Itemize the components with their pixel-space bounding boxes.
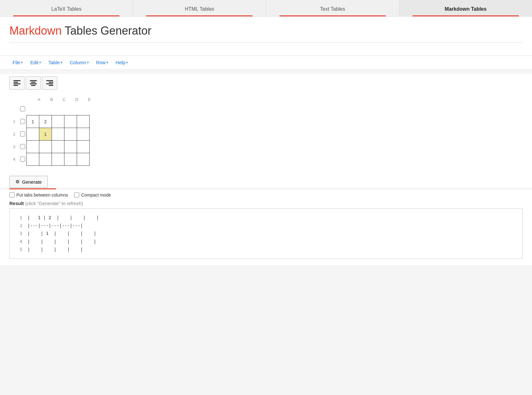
cell-4-5[interactable] bbox=[77, 153, 90, 166]
result-line-content-4: | | | | | | bbox=[27, 238, 96, 246]
compact-option-label: Compact mode bbox=[81, 192, 111, 198]
result-line-num-1: 1 bbox=[16, 214, 22, 222]
menu-file[interactable]: File ▾ bbox=[9, 58, 26, 67]
generate-button-label: Generate bbox=[22, 179, 42, 185]
result-line-num-5: 5 bbox=[16, 246, 22, 253]
cell-2-1[interactable] bbox=[27, 128, 39, 141]
align-right-button[interactable] bbox=[42, 76, 57, 90]
cell-4-4[interactable] bbox=[64, 153, 77, 166]
row-header-1: 1 bbox=[9, 115, 19, 128]
table-row: 1 bbox=[27, 128, 90, 141]
generate-section: ⚙ Generate bbox=[0, 171, 532, 188]
tab-latex[interactable]: LaTeX Tables bbox=[0, 0, 133, 16]
menu-column-arrow: ▾ bbox=[87, 61, 89, 64]
select-all-checkbox[interactable] bbox=[20, 106, 25, 111]
tab-markdown-label: Markdown Tables bbox=[445, 6, 486, 12]
menu-edit[interactable]: Edit ▾ bbox=[27, 58, 44, 67]
col-header-a: A bbox=[33, 97, 45, 102]
row-headers: 1 2 3 4 bbox=[9, 103, 19, 165]
menu-help[interactable]: Help ▾ bbox=[113, 58, 131, 67]
cell-2-5[interactable] bbox=[77, 128, 90, 141]
title-section: Markdown Tables Generator bbox=[0, 17, 532, 56]
cell-4-3[interactable] bbox=[52, 153, 64, 166]
menu-column[interactable]: Column ▾ bbox=[67, 58, 92, 67]
cell-1-1[interactable]: 1 bbox=[27, 115, 39, 128]
svg-rect-7 bbox=[31, 85, 36, 86]
row-header-4: 4 bbox=[9, 153, 19, 165]
svg-rect-3 bbox=[14, 85, 18, 86]
table-data: 1 2 1 bbox=[19, 115, 90, 166]
align-left-button[interactable] bbox=[9, 76, 25, 90]
tab-text[interactable]: Text Tables bbox=[266, 0, 399, 16]
cell-2-3[interactable] bbox=[52, 128, 64, 141]
tabs-option[interactable]: Put tabs between columns bbox=[9, 192, 68, 198]
compact-checkbox[interactable] bbox=[74, 192, 79, 198]
svg-rect-5 bbox=[31, 82, 36, 83]
col-header-c: C bbox=[58, 97, 70, 102]
cell-4-1[interactable] bbox=[27, 153, 39, 166]
cell-1-4[interactable] bbox=[64, 115, 77, 128]
options-row: Put tabs between columns Compact mode bbox=[0, 189, 532, 201]
tab-text-label: Text Tables bbox=[320, 6, 345, 12]
result-line-num-4: 4 bbox=[16, 238, 22, 246]
svg-rect-11 bbox=[49, 85, 53, 86]
row-4-checkbox[interactable] bbox=[20, 157, 25, 162]
cell-3-5[interactable] bbox=[77, 141, 90, 153]
table-area: A B C D E 1 2 3 4 bbox=[0, 92, 532, 171]
col-header-b: B bbox=[45, 97, 58, 102]
result-line-2: 2 |---|---|---|---|---| bbox=[16, 222, 516, 230]
cell-2-2[interactable]: 1 bbox=[39, 128, 52, 141]
page-title-highlight: Markdown bbox=[9, 24, 62, 37]
menu-row[interactable]: Row ▾ bbox=[93, 58, 111, 67]
svg-rect-0 bbox=[14, 80, 20, 81]
tab-html[interactable]: HTML Tables bbox=[133, 0, 266, 16]
svg-rect-1 bbox=[14, 82, 18, 83]
table-row bbox=[27, 153, 90, 166]
row-1-checkbox[interactable] bbox=[20, 119, 25, 124]
menu-file-label: File bbox=[13, 60, 20, 65]
tab-latex-label: LaTeX Tables bbox=[51, 6, 81, 12]
cell-3-4[interactable] bbox=[64, 141, 77, 153]
row-3-checkbox[interactable] bbox=[20, 144, 25, 149]
cell-1-5[interactable] bbox=[77, 115, 90, 128]
cell-3-2[interactable] bbox=[39, 141, 52, 153]
result-line-num-3: 3 bbox=[16, 230, 22, 237]
result-hint: (click "Generate" to refresh) bbox=[25, 201, 83, 206]
table-wrapper: 1 2 3 4 bbox=[9, 103, 523, 166]
compact-option[interactable]: Compact mode bbox=[74, 192, 111, 198]
align-center-button[interactable] bbox=[26, 76, 41, 90]
result-label-text: Result bbox=[9, 201, 24, 206]
row-header-2: 2 bbox=[9, 128, 19, 140]
cell-2-4[interactable] bbox=[64, 128, 77, 141]
cell-1-3[interactable] bbox=[52, 115, 64, 128]
result-line-3: 3 | | 1 | | | | bbox=[16, 230, 516, 237]
menu-column-label: Column bbox=[70, 60, 86, 65]
tab-markdown[interactable]: Markdown Tables bbox=[399, 0, 532, 16]
title-divider bbox=[9, 42, 523, 43]
menu-row-label: Row bbox=[96, 60, 106, 65]
result-line-5: 5 | | | | | bbox=[16, 246, 516, 253]
row-2-checkbox[interactable] bbox=[20, 131, 25, 136]
toolbar bbox=[0, 74, 532, 92]
checkbox-header-row bbox=[19, 103, 90, 115]
tabs-checkbox[interactable] bbox=[9, 192, 14, 198]
row-checkboxes bbox=[19, 115, 26, 166]
result-label: Result (click "Generate" to refresh) bbox=[9, 201, 523, 206]
menu-table-label: Table bbox=[48, 60, 60, 65]
generate-button[interactable]: ⚙ Generate bbox=[9, 176, 48, 188]
menu-table[interactable]: Table ▾ bbox=[45, 58, 65, 67]
result-line-content-5: | | | | | bbox=[27, 246, 83, 253]
cell-4-2[interactable] bbox=[39, 153, 52, 166]
result-section: Result (click "Generate" to refresh) 1 |… bbox=[0, 201, 532, 265]
menu-edit-arrow: ▾ bbox=[39, 61, 41, 64]
menu-edit-label: Edit bbox=[30, 60, 38, 65]
table-row bbox=[27, 141, 90, 153]
menu-help-label: Help bbox=[116, 60, 125, 65]
menu-table-arrow: ▾ bbox=[61, 61, 62, 64]
cell-3-3[interactable] bbox=[52, 141, 64, 153]
cell-1-2[interactable]: 2 bbox=[39, 115, 52, 128]
result-line-1: 1 | 1 | 2 | | | | bbox=[16, 214, 516, 222]
tab-html-label: HTML Tables bbox=[185, 6, 214, 12]
cell-3-1[interactable] bbox=[27, 141, 39, 153]
data-table: 1 2 1 bbox=[26, 115, 90, 166]
